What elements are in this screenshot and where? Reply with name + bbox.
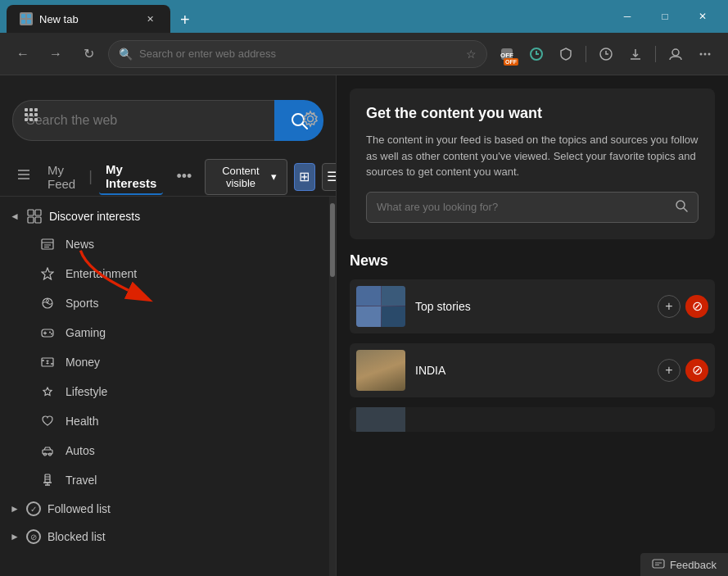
interest-item-money[interactable]: Money	[0, 347, 318, 377]
world-thumbnail	[356, 407, 405, 432]
get-content-description: The content in your feed is based on the…	[366, 132, 699, 180]
feed-tabs-more[interactable]: •••	[170, 165, 198, 188]
discover-interests-label: Discover interests	[49, 210, 140, 223]
content-visible-dropdown[interactable]: Content visible ▾	[205, 159, 287, 195]
title-bar: New tab ✕ + ─ □ ✕	[0, 0, 728, 33]
news-item-india: INDIA + ⊘	[350, 343, 715, 397]
ublock-icon-btn[interactable]: OFF OFF	[494, 41, 520, 67]
search-address-icon: 🔍	[119, 48, 133, 61]
followed-chevron: ►	[10, 503, 20, 515]
search-box-area	[0, 75, 336, 157]
active-tab[interactable]: New tab ✕	[7, 5, 170, 33]
svg-rect-20	[35, 210, 41, 215]
more-btn[interactable]	[692, 41, 718, 67]
followed-list-label: Followed list	[47, 502, 111, 515]
interest-item-travel[interactable]: Travel	[0, 465, 318, 495]
followed-check-icon: ✓	[26, 501, 41, 516]
back-button[interactable]: ←	[10, 41, 36, 67]
money-icon	[39, 354, 56, 370]
blocked-icon: ⊘	[26, 529, 41, 544]
interest-item-news[interactable]: News	[0, 229, 318, 259]
india-label: INDIA	[415, 364, 648, 377]
interest-health-label: Health	[66, 415, 98, 428]
refresh-circle-btn[interactable]	[523, 41, 549, 67]
scrollbar-track[interactable]	[329, 197, 336, 576]
off-badge: OFF	[504, 58, 518, 66]
search-input[interactable]	[26, 113, 261, 128]
shield-btn[interactable]	[553, 41, 579, 67]
svg-point-12	[708, 52, 711, 55]
discover-icon	[26, 208, 43, 225]
svg-rect-0	[21, 14, 25, 18]
feedback-button[interactable]: Feedback	[640, 553, 728, 576]
interest-sports-label: Sports	[66, 297, 98, 310]
history-btn[interactable]	[593, 41, 619, 67]
download-btn[interactable]	[622, 41, 649, 67]
travel-icon	[39, 472, 56, 488]
india-block-button[interactable]: ⊘	[685, 359, 708, 382]
toolbar-icons: OFF OFF	[494, 41, 718, 67]
star-icon[interactable]: ☆	[466, 48, 477, 61]
interest-item-health[interactable]: Health	[0, 406, 318, 436]
entertainment-icon	[39, 265, 56, 282]
india-add-button[interactable]: +	[658, 359, 681, 382]
interest-news-label: News	[66, 238, 94, 251]
top-stories-thumbnail	[356, 286, 405, 327]
svg-point-33	[51, 333, 52, 335]
address-bar: ← → ↻ 🔍 ☆ OFF OFF	[0, 33, 728, 75]
discover-chevron: ◄	[10, 211, 20, 222]
top-stories-block-button[interactable]: ⊘	[685, 295, 708, 318]
settings-gear-btn[interactable]	[301, 110, 319, 131]
search-interests-input[interactable]	[377, 201, 668, 213]
interest-item-entertainment[interactable]: Entertainment	[0, 259, 318, 288]
svg-rect-22	[35, 217, 41, 223]
gaming-icon	[39, 324, 56, 341]
interest-travel-label: Travel	[66, 474, 97, 487]
list-view-button[interactable]: ☰	[322, 163, 336, 191]
address-input[interactable]	[139, 48, 459, 60]
interest-item-lifestyle[interactable]: Lifestyle	[0, 377, 318, 406]
svg-rect-40	[45, 474, 50, 483]
profile-btn[interactable]	[662, 41, 689, 67]
get-content-title: Get the content you want	[366, 105, 699, 122]
apps-grid-btn[interactable]	[25, 108, 38, 121]
svg-point-9	[672, 49, 679, 56]
toolbar-separator	[586, 46, 586, 62]
top-stories-add-button[interactable]: +	[658, 295, 681, 318]
hamburger-button[interactable]	[13, 164, 34, 189]
india-thumbnail	[356, 350, 405, 391]
interest-item-gaming[interactable]: Gaming	[0, 318, 318, 347]
search-interests-wrap	[366, 192, 699, 223]
tab-my-interests[interactable]: My Interests	[99, 159, 164, 195]
tab-label: New tab	[39, 13, 79, 25]
main-content: My Feed | My Interests ••• Content visib…	[0, 75, 728, 576]
interest-lifestyle-label: Lifestyle	[66, 385, 107, 398]
india-actions: + ⊘	[658, 359, 708, 382]
interest-item-sports[interactable]: Sports	[0, 288, 318, 318]
svg-rect-1	[27, 14, 31, 18]
tab-close-button[interactable]: ✕	[142, 11, 157, 26]
tab-my-feed[interactable]: My Feed	[41, 160, 82, 194]
tab-separator: |	[88, 168, 93, 185]
window-controls: ─ □ ✕	[608, 0, 721, 33]
news-icon	[39, 236, 56, 252]
maximize-button[interactable]: □	[646, 0, 684, 33]
discover-interests-header[interactable]: ◄ Discover interests	[0, 203, 318, 229]
scrollbar-thumb[interactable]	[330, 203, 335, 277]
forward-button[interactable]: →	[43, 41, 69, 67]
interest-item-autos[interactable]: Autos	[0, 436, 318, 465]
svg-line-48	[684, 208, 687, 211]
svg-point-11	[704, 52, 707, 55]
tab-favicon	[20, 12, 33, 25]
blocked-list-section[interactable]: ► ⊘ Blocked list	[0, 523, 318, 551]
minimize-button[interactable]: ─	[608, 0, 646, 33]
svg-point-10	[700, 52, 703, 55]
health-icon	[39, 413, 56, 429]
interests-scroll-area: ◄ Discover interests News	[0, 197, 336, 576]
refresh-button[interactable]: ↻	[75, 41, 102, 67]
grid-view-button[interactable]: ⊞	[294, 163, 315, 191]
interest-money-label: Money	[66, 356, 100, 369]
new-tab-button[interactable]: +	[174, 7, 197, 33]
followed-list-section[interactable]: ► ✓ Followed list	[0, 495, 318, 523]
close-button[interactable]: ✕	[684, 0, 721, 33]
